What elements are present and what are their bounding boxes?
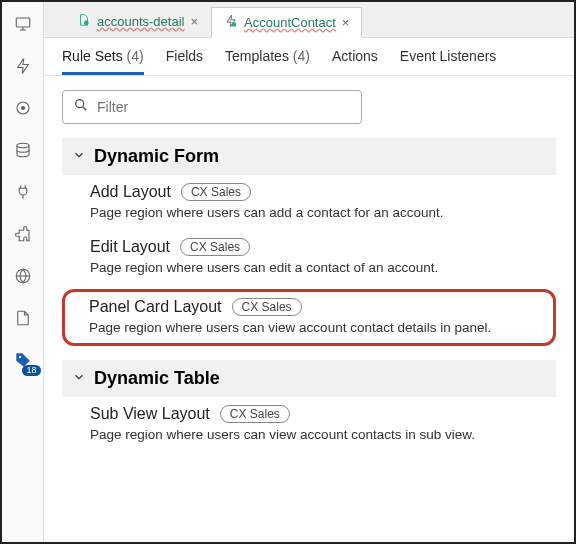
sub-tabs: Rule Sets (4) Fields Templates (4) Actio… bbox=[44, 38, 574, 76]
close-icon[interactable]: × bbox=[190, 14, 198, 29]
pill-cx-sales: CX Sales bbox=[220, 405, 290, 423]
tab-accounts-detail[interactable]: accounts-detail × bbox=[64, 6, 211, 37]
pill-cx-sales: CX Sales bbox=[180, 238, 250, 256]
subtab-label: Rule Sets bbox=[62, 48, 123, 64]
sidebar: 18 bbox=[2, 2, 44, 542]
tag-icon[interactable]: 18 bbox=[11, 348, 35, 372]
pill-cx-sales: CX Sales bbox=[232, 298, 302, 316]
svg-point-10 bbox=[232, 22, 237, 27]
item-title: Sub View Layout bbox=[90, 405, 210, 423]
filter-input[interactable] bbox=[97, 99, 351, 115]
item-title: Add Layout bbox=[90, 183, 171, 201]
badge-count: 18 bbox=[22, 365, 40, 376]
section-title: Dynamic Form bbox=[94, 146, 219, 167]
editor-tabs: accounts-detail × AccountContact × bbox=[44, 2, 574, 38]
svg-point-4 bbox=[21, 107, 24, 110]
section-dynamic-form[interactable]: Dynamic Form bbox=[62, 138, 556, 175]
svg-point-9 bbox=[84, 21, 89, 26]
item-desc: Page region where users can add a contac… bbox=[90, 205, 546, 220]
tab-account-contact[interactable]: AccountContact × bbox=[211, 7, 362, 38]
item-title: Edit Layout bbox=[90, 238, 170, 256]
tab-label: AccountContact bbox=[244, 15, 336, 30]
layout-item-panel-card[interactable]: Panel Card Layout CX Sales Page region w… bbox=[62, 289, 556, 346]
item-desc: Page region where users can view account… bbox=[90, 427, 546, 442]
chevron-down-icon bbox=[72, 368, 86, 389]
monitor-icon[interactable] bbox=[11, 12, 35, 36]
filter-input-wrapper[interactable] bbox=[62, 90, 362, 124]
bolt-icon[interactable] bbox=[11, 54, 35, 78]
subtab-label: Templates bbox=[225, 48, 289, 64]
svg-line-12 bbox=[83, 107, 87, 111]
item-title: Panel Card Layout bbox=[89, 298, 222, 316]
bolt-file-icon bbox=[224, 14, 238, 31]
layout-item-edit[interactable]: Edit Layout CX Sales Page region where u… bbox=[62, 230, 556, 285]
svg-point-8 bbox=[18, 356, 20, 358]
database-icon[interactable] bbox=[11, 138, 35, 162]
tab-event-listeners[interactable]: Event Listeners bbox=[400, 48, 497, 75]
tab-actions[interactable]: Actions bbox=[332, 48, 378, 75]
tab-fields[interactable]: Fields bbox=[166, 48, 203, 75]
main-area: accounts-detail × AccountContact × Rule … bbox=[44, 2, 574, 542]
close-icon[interactable]: × bbox=[342, 15, 350, 30]
item-desc: Page region where users can edit a conta… bbox=[90, 260, 546, 275]
tab-templates[interactable]: Templates (4) bbox=[225, 48, 310, 75]
chevron-down-icon bbox=[72, 146, 86, 167]
globe-icon[interactable] bbox=[11, 264, 35, 288]
subtab-count: (4) bbox=[127, 48, 144, 64]
document-icon[interactable] bbox=[11, 306, 35, 330]
section-title: Dynamic Table bbox=[94, 368, 220, 389]
plug-icon[interactable] bbox=[11, 180, 35, 204]
svg-point-11 bbox=[76, 100, 84, 108]
content-area: Dynamic Form Add Layout CX Sales Page re… bbox=[44, 76, 574, 542]
extension-icon[interactable] bbox=[11, 222, 35, 246]
pill-cx-sales: CX Sales bbox=[181, 183, 251, 201]
target-icon[interactable] bbox=[11, 96, 35, 120]
layout-item-add[interactable]: Add Layout CX Sales Page region where us… bbox=[62, 175, 556, 230]
item-desc: Page region where users can view account… bbox=[89, 320, 545, 335]
layout-item-sub-view[interactable]: Sub View Layout CX Sales Page region whe… bbox=[62, 397, 556, 452]
svg-point-5 bbox=[17, 143, 29, 148]
svg-rect-0 bbox=[16, 18, 30, 27]
file-icon bbox=[77, 13, 91, 30]
search-icon bbox=[73, 97, 89, 117]
section-dynamic-table[interactable]: Dynamic Table bbox=[62, 360, 556, 397]
tab-label: accounts-detail bbox=[97, 14, 184, 29]
tab-rulesets[interactable]: Rule Sets (4) bbox=[62, 48, 144, 75]
subtab-count: (4) bbox=[293, 48, 310, 64]
